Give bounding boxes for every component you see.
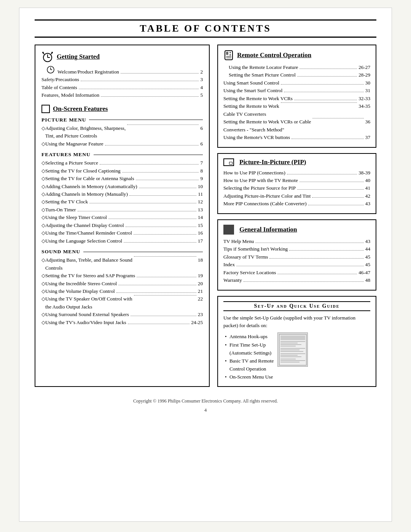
svg-rect-22	[280, 348, 305, 349]
svg-rect-29	[280, 360, 305, 361]
toc-page: 3	[200, 76, 203, 83]
toc-dots	[277, 274, 357, 274]
toc-dots	[137, 277, 196, 277]
setup-bullet-list: Antenna Hook-ups First Time Set-Up(Autom…	[223, 332, 274, 381]
sound-menu-title: SOUND MENU	[41, 249, 203, 255]
toc-page: 16	[198, 229, 203, 237]
toc-dots	[289, 250, 364, 251]
svg-rect-21	[280, 346, 296, 347]
setup-content: Antenna Hook-ups First Time Set-Up(Autom…	[223, 332, 370, 381]
on-screen-features-section: On-Screen Features PICTURE MENU ◇Adjusti…	[41, 105, 203, 326]
pip-icon	[223, 158, 234, 166]
toc-label: Using the Remote's VCR buttons	[223, 134, 290, 141]
toc-label: Index	[223, 261, 235, 268]
general-info-section: General Information TV Help Menu 43 Tips…	[217, 219, 376, 291]
toc-page: 30	[365, 79, 370, 87]
getting-started-entries: Welcome/Product Registration 2 Safety/Pr…	[41, 66, 203, 99]
remote-control-header: Remote Control Operation	[223, 50, 370, 61]
toc-label: Features, Model Information	[41, 91, 99, 99]
toc-entry: ◇Adjusting Bass, Treble, and Balance Sou…	[41, 256, 203, 272]
picture-menu-title: PICTURE MENU	[41, 117, 203, 123]
getting-started-icon	[41, 51, 54, 63]
toc-entry: Using Smart Sound Control 30	[223, 79, 370, 87]
svg-point-6	[51, 52, 53, 53]
toc-page: 15	[198, 222, 203, 229]
toc-page: 45	[365, 253, 370, 261]
toc-label: Glossary of TV Terms	[223, 253, 268, 261]
svg-rect-14	[226, 56, 231, 57]
toc-label: ◇Using the Sleep Timer Control	[41, 214, 107, 221]
toc-label: ◇Setting the TV for Cable or Antenna Sig…	[41, 175, 134, 182]
toc-page: 23	[198, 311, 203, 318]
toc-dots	[269, 258, 363, 259]
toc-dots	[116, 292, 196, 293]
on-screen-features-title: On-Screen Features	[53, 105, 108, 113]
toc-label: Welcome/Product Registration	[57, 68, 119, 76]
toc-page: 26-27	[358, 64, 370, 71]
page: Table of Contents	[19, 8, 392, 522]
toc-dots	[236, 266, 364, 266]
left-column: Getting Started Welcome/Product Registra…	[35, 45, 210, 387]
toc-entry: ◇Using the Sleep Timer Control 14	[41, 214, 203, 221]
toc-entry: ◇Adjusting the Channel Display Control 1…	[41, 222, 203, 229]
toc-entry: Adjusting Picture-in-Picture Color and T…	[223, 192, 370, 200]
toc-entry: ◇Selecting a Picture Source 7	[41, 159, 203, 167]
toc-label: ◇Using the Volume Display Control	[41, 288, 115, 295]
toc-entry: Setting the Smart Picture Control 28-29	[223, 71, 370, 79]
toc-dots	[134, 256, 196, 257]
toc-entry: ◇Setting the TV for Cable or Antenna Sig…	[41, 175, 203, 182]
toc-label: Using the Remote Locator Feature	[229, 64, 298, 71]
toc-dots	[101, 96, 199, 97]
toc-dots	[108, 219, 196, 219]
toc-label: ◇Setting the TV for Stereo and SAP Progr…	[41, 272, 135, 280]
toc-entry: How to Use PIP (Connections) 38-39	[223, 169, 370, 177]
toc-entry: Safety/Precautions 3	[41, 76, 203, 83]
toc-entry: Index 45	[223, 261, 370, 268]
toc-entry: Glossary of TV Terms 45	[223, 253, 370, 261]
setup-description: Use the simple Set-Up Guide (supplied wi…	[223, 314, 370, 330]
toc-label: ◇Using the TV's Audio/Video Input Jacks	[41, 319, 126, 326]
toc-label: ◇Using the TV Speaker On/Off Control wit…	[41, 295, 132, 311]
toc-dots	[308, 205, 364, 205]
toc-dots	[126, 227, 196, 227]
toc-page: 38-39	[358, 169, 370, 177]
toc-entry: Setting the Remote to Work VCRs 32-33	[223, 95, 370, 102]
toc-label: Adjusting Picture-in-Picture Color and T…	[223, 192, 311, 200]
toc-label: ◇Turn-On Timer	[41, 206, 76, 214]
toc-label: Tips if Something Isn't Working	[223, 245, 288, 253]
toc-label: ◇Adjusting the Channel Display Control	[41, 222, 124, 229]
toc-label: Setting the Smart Picture Control	[229, 71, 296, 79]
toc-page: 46-47	[358, 269, 370, 276]
toc-entry: ◇Using the Time/Channel Reminder Control…	[41, 229, 203, 237]
toc-entry: ◇Setting the TV for Closed Captioning 8	[41, 167, 203, 175]
toc-label: ◇Adjusting Bass, Treble, and Balance Sou…	[41, 256, 132, 272]
remote-control-icon	[223, 50, 234, 61]
toc-page: 43	[365, 200, 370, 208]
toc-page: 21	[198, 288, 203, 295]
toc-page: 19	[198, 272, 203, 280]
toc-label: More PIP Connections (Cable Converter)	[223, 200, 307, 208]
general-info-title: General Information	[239, 226, 297, 233]
list-item: Antenna Hook-ups	[225, 332, 274, 340]
welcome-icon	[47, 66, 56, 75]
toc-page: 24-25	[191, 319, 203, 326]
toc-entry: ◇Using the Volume Display Control 21	[41, 288, 203, 295]
right-column: Remote Control Operation Using the Remot…	[217, 45, 376, 387]
toc-label: ◇Setting the TV for Closed Captioning	[41, 167, 121, 175]
list-item: First Time Set-Up(Automatic Settings)	[225, 341, 274, 357]
toc-entry: Features, Model Information 5	[41, 91, 203, 99]
toc-entry: How to Use PIP with the TV Remote 40	[223, 177, 370, 184]
toc-page: 5	[200, 91, 203, 99]
svg-rect-11	[226, 52, 228, 55]
toc-entry: ◇Adjusting Color, Brightness, Sharpness,…	[41, 125, 203, 140]
toc-page: 36	[365, 118, 370, 126]
toc-dots	[136, 180, 199, 180]
toc-entry: Table of Contents 4	[41, 84, 203, 91]
toc-page: 22	[198, 295, 203, 303]
toc-entry: Warranty 48	[223, 276, 370, 284]
toc-label: Setting the Remote to Work VCRs	[223, 95, 293, 102]
svg-rect-28	[280, 359, 296, 359]
svg-rect-23	[280, 350, 299, 350]
toc-dots	[122, 172, 199, 173]
toc-page: 48	[365, 276, 370, 284]
